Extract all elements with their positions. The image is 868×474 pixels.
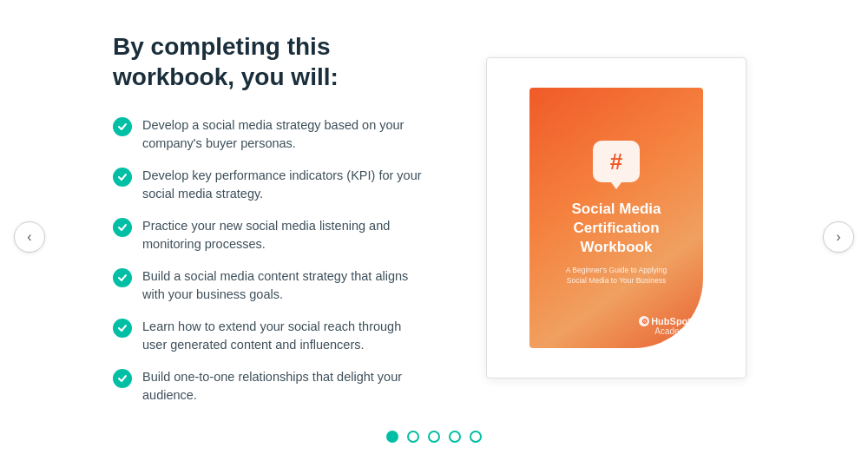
book-title: Social Media Certification Workbook	[543, 200, 689, 257]
check-icon	[113, 168, 132, 187]
carousel-dot[interactable]	[407, 431, 419, 443]
checklist-item: Learn how to extend your social reach th…	[113, 318, 425, 354]
checklist-item: Build one-to-one relationships that deli…	[113, 368, 425, 405]
carousel-dot[interactable]	[428, 431, 440, 443]
checklist-text: Develop key performance indicators (KPI)…	[142, 167, 425, 203]
nav-prev-button[interactable]: ‹	[14, 221, 45, 253]
hubspot-logo: ⚙ HubSpot	[639, 316, 691, 326]
checklist-text: Practice your new social media listening…	[142, 217, 425, 253]
checklist-text: Build one-to-one relationships that deli…	[142, 368, 425, 405]
book-cover: # Social Media Certification Workbook A …	[529, 88, 703, 348]
carousel-dot[interactable]	[386, 431, 398, 443]
check-icon	[113, 218, 132, 237]
checklist-text: Learn how to extend your social reach th…	[142, 318, 425, 354]
main-heading: By completing this workbook, you will:	[113, 31, 425, 92]
content-row: By completing this workbook, you will: D…	[0, 31, 868, 405]
book-wrapper: # Social Media Certification Workbook A …	[486, 57, 746, 379]
sprocket-icon: ⚙	[639, 316, 649, 326]
carousel-dot[interactable]	[470, 431, 482, 443]
hash-bubble: #	[593, 141, 640, 182]
academy-label: Academy	[639, 326, 691, 336]
nav-next-button[interactable]: ›	[823, 221, 854, 253]
checklist-text: Develop a social media strategy based on…	[142, 116, 425, 153]
checklist-item: Build a social media content strategy th…	[113, 267, 425, 304]
checklist-item: Practice your new social media listening…	[113, 217, 425, 253]
check-icon	[113, 369, 132, 388]
book-subtitle: A Beginner's Guide to Applying Social Me…	[566, 266, 667, 286]
check-icon	[113, 319, 132, 338]
slide-container: ‹ By completing this workbook, you will:…	[0, 0, 868, 474]
dots-row	[386, 431, 482, 443]
chevron-right-icon: ›	[836, 229, 840, 245]
right-panel: # Social Media Certification Workbook A …	[477, 57, 755, 379]
hubspot-branding: ⚙ HubSpot Academy	[639, 316, 691, 336]
left-panel: By completing this workbook, you will: D…	[113, 31, 425, 405]
carousel-dot[interactable]	[449, 431, 461, 443]
check-icon	[113, 117, 132, 136]
check-icon	[113, 268, 132, 287]
checklist-text: Build a social media content strategy th…	[142, 267, 425, 304]
hash-symbol: #	[610, 150, 622, 173]
chevron-left-icon: ‹	[27, 229, 31, 245]
checklist-item: Develop key performance indicators (KPI)…	[113, 167, 425, 203]
checklist-item: Develop a social media strategy based on…	[113, 116, 425, 153]
checklist: Develop a social media strategy based on…	[113, 116, 425, 405]
